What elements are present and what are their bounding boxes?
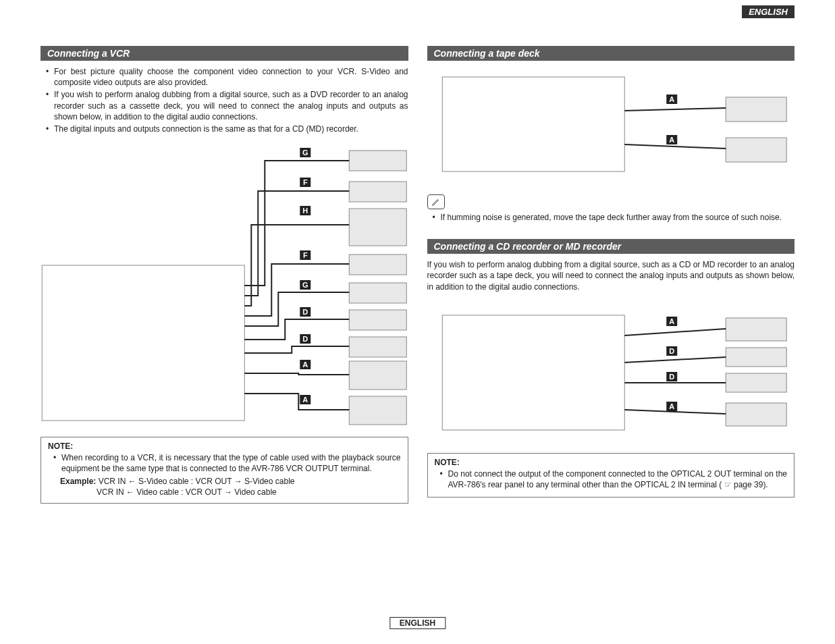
hand-pointer-icon: ☞	[724, 480, 732, 489]
vcr-bullet: The digital inputs and outputs connectio…	[47, 124, 408, 134]
vcr-bullet: For best picture quality choose the comp…	[47, 66, 408, 88]
svg-rect-26	[726, 348, 786, 367]
example-line: VCR IN ← Video cable : VCR OUT → Video c…	[48, 487, 401, 498]
cable-label: H	[302, 207, 308, 215]
cable-label: A	[302, 360, 308, 369]
svg-rect-19	[442, 77, 624, 171]
cable-label: D	[669, 347, 674, 355]
heading-connecting-tape-deck: Connecting a tape deck	[427, 46, 795, 61]
svg-rect-6	[349, 310, 406, 330]
vcr-connection-diagram: G F H F G D D A A	[41, 144, 408, 427]
left-column: Connecting a VCR For best picture qualit…	[41, 46, 408, 504]
svg-rect-1	[349, 151, 406, 171]
cable-label: G	[302, 149, 308, 157]
footer-language-label: ENGLISH	[389, 617, 446, 629]
example-text: VCR IN ← Video cable : VCR OUT → Video c…	[97, 487, 277, 497]
cable-label: F	[303, 251, 308, 259]
cd-note-page-ref: page 39).	[734, 480, 768, 489]
svg-rect-27	[726, 373, 786, 392]
example-label: Example:	[60, 477, 96, 486]
svg-rect-4	[349, 254, 406, 275]
cable-label: G	[302, 281, 308, 289]
svg-rect-25	[726, 318, 786, 341]
cable-label: D	[302, 335, 308, 343]
note-title: NOTE:	[435, 458, 788, 467]
example-line: Example: VCR IN ← S-Video cable : VCR OU…	[48, 476, 401, 487]
svg-rect-24	[442, 315, 624, 430]
vcr-bullet: If you wish to perform analog dubbing fr…	[47, 89, 408, 122]
svg-rect-20	[726, 97, 786, 122]
tape-deck-connection-diagram: A A	[427, 70, 795, 178]
two-column-layout: Connecting a VCR For best picture qualit…	[41, 46, 794, 504]
cable-label: D	[302, 308, 308, 316]
cd-intro-paragraph: If you wish to perform analog dubbing fr…	[427, 259, 795, 292]
svg-rect-21	[726, 138, 786, 162]
example-text: VCR IN ← S-Video cable : VCR OUT → S-Vid…	[99, 477, 295, 486]
right-column: Connecting a tape deck A A If humming no…	[427, 46, 795, 504]
svg-rect-9	[349, 396, 406, 425]
svg-rect-0	[42, 265, 244, 421]
svg-rect-28	[726, 403, 786, 426]
cable-label: A	[302, 396, 308, 404]
svg-rect-2	[349, 182, 406, 202]
cable-label: A	[669, 136, 674, 144]
cable-label: A	[669, 317, 674, 325]
svg-rect-8	[349, 361, 406, 390]
svg-rect-7	[349, 337, 406, 357]
cd-md-connection-diagram: A D D A	[427, 302, 795, 444]
cd-note-box: NOTE: Do not connect the output of the c…	[427, 453, 795, 498]
vcr-bullet-list: For best picture quality choose the comp…	[41, 66, 408, 134]
cd-note-bullet: Do not connect the output of the compone…	[441, 468, 788, 490]
svg-rect-3	[349, 209, 406, 246]
heading-connecting-vcr: Connecting a VCR	[41, 46, 408, 61]
pencil-icon	[427, 194, 445, 209]
cable-label: A	[669, 402, 674, 410]
tape-note-bullet: If humming noise is generated, move the …	[434, 212, 795, 223]
cable-label: A	[669, 95, 674, 103]
vcr-note-bullet: When recording to a VCR, it is necessary…	[55, 452, 401, 474]
vcr-note-box: NOTE: When recording to a VCR, it is nec…	[41, 437, 408, 504]
cable-label: D	[669, 373, 674, 381]
language-tab: ENGLISH	[742, 5, 794, 18]
tape-note-list: If humming noise is generated, move the …	[427, 212, 795, 223]
svg-rect-5	[349, 283, 406, 303]
cable-label: F	[303, 178, 308, 186]
note-title: NOTE:	[48, 441, 401, 451]
heading-connecting-cd-md: Connecting a CD recorder or MD recorder	[427, 239, 795, 254]
